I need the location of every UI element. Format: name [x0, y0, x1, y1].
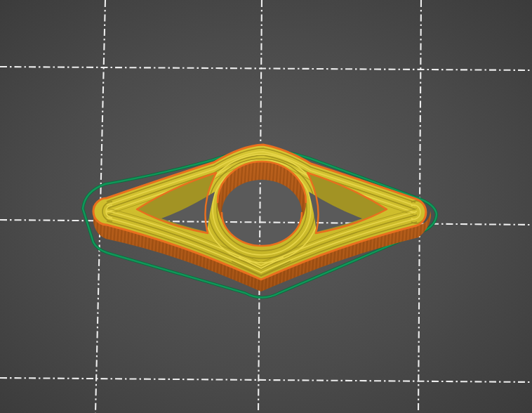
- grid-line: [0, 67, 532, 70]
- slicer-viewport[interactable]: [0, 0, 532, 413]
- gcode-preview-canvas[interactable]: [0, 0, 532, 413]
- grid-line: [0, 378, 532, 382]
- sliced-model[interactable]: [0, 0, 532, 413]
